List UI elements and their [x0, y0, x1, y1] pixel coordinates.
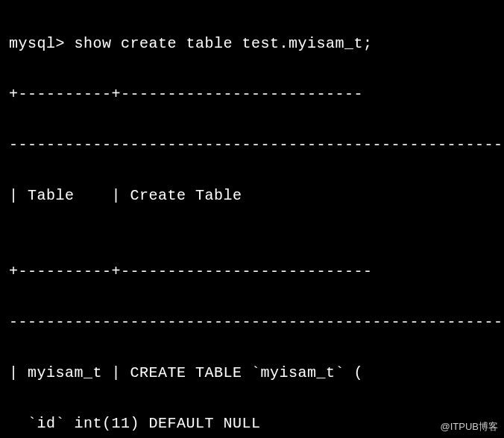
- mysql-prompt: mysql>: [9, 35, 75, 52]
- table-row-line-1: | myisam_t | CREATE TABLE `myisam_t` (: [9, 361, 495, 386]
- table-header-row: | Table | Create Table: [9, 183, 495, 209]
- table-border-top-1: +----------+--------------------------: [9, 82, 495, 107]
- table-border-mid-2: ----------------------------------------…: [9, 310, 495, 335]
- watermark-text: @ITPUB博客: [441, 419, 498, 435]
- table-border-top-2: ----------------------------------------…: [9, 133, 495, 158]
- mysql-terminal[interactable]: mysql> show create table test.myisam_t; …: [9, 6, 495, 438]
- sql-command: show create table test.myisam_t;: [75, 35, 373, 52]
- table-row-line-2: `id` int(11) DEFAULT NULL: [9, 411, 495, 437]
- table-border-mid-1: +----------+---------------------------: [9, 259, 495, 285]
